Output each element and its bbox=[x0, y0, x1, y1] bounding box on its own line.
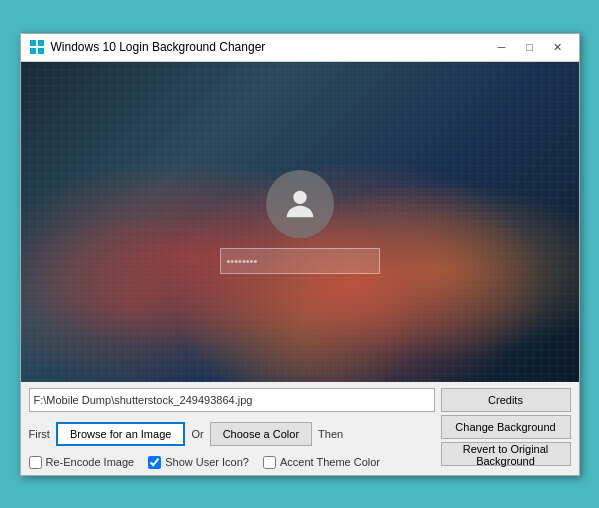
filepath-input[interactable] bbox=[29, 388, 435, 412]
show-user-icon-checkbox-label[interactable]: Show User Icon? bbox=[148, 456, 249, 469]
user-icon bbox=[280, 184, 320, 224]
minimize-button[interactable]: ─ bbox=[489, 37, 515, 57]
password-placeholder: •••••••• bbox=[227, 255, 258, 267]
then-label: Then bbox=[318, 428, 343, 440]
accent-theme-label: Accent Theme Color bbox=[280, 456, 380, 468]
or-label: Or bbox=[191, 428, 203, 440]
bottom-left: First Browse for an Image Or Choose a Co… bbox=[29, 388, 435, 469]
reencode-checkbox[interactable] bbox=[29, 456, 42, 469]
bottom-rows: First Browse for an Image Or Choose a Co… bbox=[29, 388, 571, 469]
svg-rect-0 bbox=[30, 40, 36, 46]
title-bar: Windows 10 Login Background Changer ─ □ … bbox=[21, 34, 579, 62]
window-controls: ─ □ ✕ bbox=[489, 37, 571, 57]
revert-button[interactable]: Revert to Original Background bbox=[441, 442, 571, 466]
bottom-right: Credits Change Background Revert to Orig… bbox=[441, 388, 571, 469]
show-user-icon-checkbox[interactable] bbox=[148, 456, 161, 469]
maximize-button[interactable]: □ bbox=[517, 37, 543, 57]
bottom-panel: First Browse for an Image Or Choose a Co… bbox=[21, 382, 579, 475]
reencode-checkbox-label[interactable]: Re-Encode Image bbox=[29, 456, 135, 469]
svg-rect-1 bbox=[38, 40, 44, 46]
preview-area: •••••••• bbox=[21, 62, 579, 382]
actions-row: First Browse for an Image Or Choose a Co… bbox=[29, 422, 435, 446]
close-button[interactable]: ✕ bbox=[545, 37, 571, 57]
choose-color-button[interactable]: Choose a Color bbox=[210, 422, 312, 446]
svg-rect-3 bbox=[38, 48, 44, 54]
window-title: Windows 10 Login Background Changer bbox=[51, 40, 489, 54]
app-window: Windows 10 Login Background Changer ─ □ … bbox=[20, 33, 580, 476]
login-overlay: •••••••• bbox=[21, 62, 579, 382]
credits-button[interactable]: Credits bbox=[441, 388, 571, 412]
accent-theme-checkbox[interactable] bbox=[263, 456, 276, 469]
accent-theme-checkbox-label[interactable]: Accent Theme Color bbox=[263, 456, 380, 469]
first-label: First bbox=[29, 428, 50, 440]
browse-button[interactable]: Browse for an Image bbox=[56, 422, 186, 446]
options-row: Re-Encode Image Show User Icon? Accent T… bbox=[29, 456, 435, 469]
password-input-preview: •••••••• bbox=[220, 248, 380, 274]
reencode-label: Re-Encode Image bbox=[46, 456, 135, 468]
user-avatar bbox=[266, 170, 334, 238]
svg-rect-2 bbox=[30, 48, 36, 54]
svg-point-4 bbox=[293, 190, 306, 203]
filepath-row bbox=[29, 388, 435, 412]
show-user-icon-label: Show User Icon? bbox=[165, 456, 249, 468]
change-background-button[interactable]: Change Background bbox=[441, 415, 571, 439]
app-icon bbox=[29, 39, 45, 55]
